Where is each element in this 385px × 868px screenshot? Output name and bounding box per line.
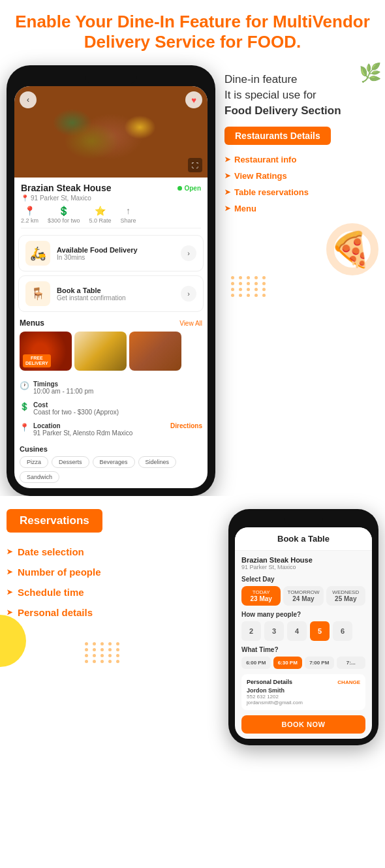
- change-link[interactable]: CHANGE: [337, 679, 360, 685]
- expand-button[interactable]: ⛶: [188, 158, 202, 172]
- feature-label-2: View Ratings: [234, 171, 287, 181]
- leaf-decoration: 🌿: [359, 62, 382, 84]
- book-table-header: Book a Table: [235, 527, 372, 551]
- phone-screen-left: ‹ ♥ ⛶ Brazian Steak House Open 📍: [14, 86, 208, 488]
- tag-sidelines[interactable]: Sidelines: [138, 456, 177, 468]
- delivery-card[interactable]: 🛵 Available Food Delivery In 30mins ›: [18, 235, 204, 271]
- people-5[interactable]: 5: [310, 621, 330, 641]
- stats-row: 📍 2.2 km 💲 $300 for two ⭐ 5.0 Rate ↑: [21, 206, 201, 228]
- cuisines-title: Cusines: [20, 445, 202, 453]
- rate-value: 5.0 Rate: [89, 217, 112, 224]
- people-2[interactable]: 2: [241, 621, 261, 641]
- time-630pm[interactable]: 6:30 PM: [273, 657, 303, 669]
- people-3[interactable]: 3: [264, 621, 284, 641]
- feature-view-ratings: ➤ View Ratings: [224, 168, 372, 184]
- tag-pizza[interactable]: Pizza: [20, 456, 48, 468]
- timings-text: Timings 10:00 am - 11:00 pm: [33, 380, 93, 395]
- reservations-features-list: ➤ Date selection ➤ Number of people ➤ Sc…: [7, 542, 189, 623]
- location-row: 📍 Location Directions 91 Parker St, Alen…: [20, 419, 202, 440]
- tag-sandwich[interactable]: Sandwich: [20, 471, 59, 483]
- location-header-row: Location Directions: [33, 422, 202, 429]
- reservations-left: Reservations ➤ Date selection ➤ Number o…: [7, 509, 189, 745]
- dine-in-line1: Dine-in feature: [224, 73, 298, 85]
- menu-image-2[interactable]: [74, 332, 127, 371]
- header-section: Enable Your Dine-In Feature for MultiVen…: [0, 0, 385, 59]
- reservations-badge: Reservations: [7, 509, 102, 533]
- day-wednesday[interactable]: WEDNESD 25 May: [326, 586, 365, 606]
- select-day-label: Select Day: [241, 576, 365, 583]
- cost-row: 💲 Cost Coast for two - $300 (Approx): [20, 398, 202, 419]
- book-table-icon: 🪑: [25, 281, 50, 306]
- restaurant-address: 📍 91 Parker St, Maxico: [21, 194, 201, 202]
- book-table-text: Book a Table Get instant confirmation: [57, 287, 174, 302]
- people-4[interactable]: 4: [287, 621, 307, 641]
- tag-beverages[interactable]: Beverages: [93, 456, 135, 468]
- distance-icon: 📍: [24, 206, 35, 216]
- location-value: 91 Parker St, Alensto Rdm Maxico: [33, 429, 202, 437]
- menu-image-3[interactable]: [129, 332, 181, 371]
- people-6[interactable]: 6: [333, 621, 352, 641]
- dollar-icon: 💲: [20, 402, 29, 411]
- share-icon: ↑: [126, 206, 131, 216]
- features-right: Dine-in feature It is special use for Fo…: [215, 65, 378, 496]
- day-today[interactable]: TODAY 23 May: [241, 586, 281, 606]
- location-text: Location Directions 91 Parker St, Alenst…: [33, 422, 202, 437]
- open-dot: [177, 186, 182, 191]
- time-6pm[interactable]: 6:00 PM: [241, 657, 271, 669]
- cost-value: $300 for two: [48, 217, 80, 224]
- arrow-icon-4: ➤: [224, 204, 230, 213]
- open-badge: Open: [177, 185, 201, 192]
- feature-label-4: Menu: [234, 204, 256, 213]
- directions-link[interactable]: Directions: [170, 422, 202, 429]
- menu-title: Menus: [20, 318, 44, 328]
- day-tomorrow[interactable]: TOMORROW 24 May: [283, 586, 323, 606]
- book-table-arrow[interactable]: ›: [181, 286, 196, 302]
- cost-text: Cost Coast for two - $300 (Approx): [33, 401, 119, 416]
- main-title: Enable Your Dine-In Feature for MultiVen…: [13, 12, 372, 52]
- time-730pm[interactable]: 7:...: [337, 657, 366, 669]
- phone-notch-left: [85, 73, 137, 84]
- location-pin-icon: 📍: [21, 194, 29, 202]
- stat-share[interactable]: ↑ Share: [121, 206, 136, 224]
- res-feature-time: ➤ Schedule time: [7, 582, 189, 602]
- phone-frame-right: Book a Table Brazian Steak House 91 Park…: [228, 509, 378, 745]
- dine-in-description: Dine-in feature It is special use for Fo…: [224, 72, 372, 118]
- distance-value: 2.2 km: [21, 217, 38, 224]
- how-many-label: How many people?: [241, 611, 365, 618]
- view-all-link[interactable]: View All: [179, 320, 202, 327]
- delivery-subtitle: In 30mins: [57, 254, 174, 261]
- what-time-label: What Time?: [241, 646, 365, 653]
- restaurant-name-row: Brazian Steak House Open: [21, 183, 201, 193]
- timings-label: Timings: [33, 380, 93, 388]
- res-label-3: Schedule time: [18, 587, 84, 598]
- delivery-text: Available Food Delivery In 30mins: [57, 246, 174, 261]
- reservations-section: Reservations ➤ Date selection ➤ Number o…: [0, 496, 385, 752]
- rate-icon: ⭐: [95, 206, 106, 216]
- share-value: Share: [121, 217, 136, 224]
- menu-section: Menus View All FREEDELIVERY: [14, 316, 208, 375]
- map-pin-icon: 📍: [20, 423, 29, 432]
- tag-desserts[interactable]: Desserts: [52, 456, 89, 468]
- feature-menu: ➤ Menu: [224, 200, 372, 217]
- cost-label: Cost: [33, 401, 119, 409]
- menu-image-1[interactable]: FREEDELIVERY: [20, 332, 72, 371]
- food-image-bg: [14, 86, 208, 178]
- feature-restaurant-info: ➤ Restaurant info: [224, 151, 372, 168]
- phone-right: Book a Table Brazian Steak House 91 Park…: [189, 509, 378, 745]
- phone-left: ‹ ♥ ⛶ Brazian Steak House Open 📍: [7, 65, 215, 496]
- feature-table-reservations: ➤ Table reservations: [224, 184, 372, 200]
- people-picker: 2 3 4 5 6: [241, 621, 365, 641]
- delivery-arrow[interactable]: ›: [181, 245, 196, 261]
- bt-restaurant-name: Brazian Steak House: [241, 556, 365, 564]
- dine-in-line3: Food Delivery Section: [224, 104, 341, 117]
- address-text: 91 Parker St, Maxico: [31, 194, 91, 202]
- book-table-subtitle: Get instant confirmation: [57, 294, 174, 302]
- personal-details-title: Personal Details: [247, 679, 292, 685]
- book-table-card[interactable]: 🪑 Book a Table Get instant confirmation …: [18, 275, 204, 312]
- personal-details-header: Personal Details CHANGE: [247, 679, 360, 685]
- book-now-button[interactable]: BOOK NOW: [241, 715, 365, 734]
- time-7pm[interactable]: 7:00 PM: [305, 657, 334, 669]
- free-delivery-badge: FREEDELIVERY: [23, 354, 51, 368]
- res-feature-people: ➤ Number of people: [7, 562, 189, 582]
- phone-frame-left: ‹ ♥ ⛶ Brazian Steak House Open 📍: [7, 65, 215, 496]
